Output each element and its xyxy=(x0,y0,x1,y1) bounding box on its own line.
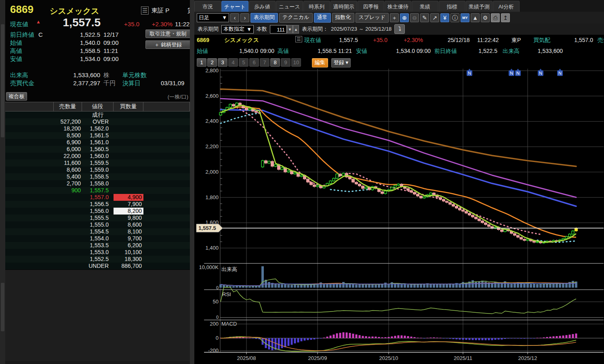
scrollbar-thumb[interactable] xyxy=(1,283,4,331)
book-row[interactable]: 6,0001,560.5 xyxy=(5,146,190,153)
tab-市況[interactable]: 市況 xyxy=(194,1,221,12)
composite-board-button[interactable]: 複合板 xyxy=(6,92,27,101)
book-row[interactable]: 527,200OVER xyxy=(5,118,190,125)
macd-histogram-bar xyxy=(420,338,422,338)
wrench-icon[interactable]: ⚙ xyxy=(481,13,490,22)
tab-ニュース[interactable]: ニュース xyxy=(276,1,303,12)
book-row[interactable]: 1,553.010,100 xyxy=(5,249,190,256)
tab-業績[interactable]: 業績 xyxy=(412,1,438,12)
yen-icon[interactable]: ¥ xyxy=(440,13,449,22)
book-row[interactable]: 11,6001,559.5 xyxy=(5,160,190,166)
candle-up xyxy=(365,187,367,188)
macd-histogram-bar xyxy=(433,337,435,338)
book-row[interactable]: 1,557.04,900 xyxy=(5,194,190,201)
pencil-icon[interactable]: ✎ xyxy=(420,13,429,22)
candle-down xyxy=(481,221,484,223)
book-row[interactable]: 2,7001,558.0 xyxy=(5,180,190,187)
export-icon[interactable]: ↥ xyxy=(501,13,510,22)
chart-page-7-button[interactable]: 7 xyxy=(260,58,269,67)
timeframe-select[interactable]: 日足▼ xyxy=(197,13,229,22)
crosshair-plus-icon[interactable]: ＋ xyxy=(390,13,399,22)
book-row[interactable]: 成行 xyxy=(5,112,190,118)
toolbar-通常-button[interactable]: 通常 xyxy=(314,13,331,23)
register-button[interactable]: 登録 ▾ xyxy=(331,58,351,67)
tab-指標[interactable]: 指標 xyxy=(439,1,465,12)
book-sell-qty: 2,700 xyxy=(54,180,82,187)
zoom-in-icon[interactable]: ⊕ xyxy=(400,13,409,22)
book-row[interactable]: 1,556.08,200 xyxy=(5,208,190,215)
macd-histogram-bar xyxy=(495,338,497,340)
tab-チャート[interactable]: チャート xyxy=(221,1,248,12)
info-icon[interactable]: ⓘ xyxy=(450,13,459,22)
chart-page-8-button[interactable]: 8 xyxy=(270,58,280,67)
book-row[interactable]: 1,555.08,600 xyxy=(5,221,190,228)
chart-page-2-button[interactable]: 2 xyxy=(207,58,217,67)
count-down-button[interactable]: ▼ xyxy=(287,25,293,34)
tab-適時開示[interactable]: 適時開示 xyxy=(330,1,357,12)
area-chart-icon[interactable]: ▲ xyxy=(471,13,480,22)
book-row[interactable]: 22,0001,560.0 xyxy=(5,153,190,160)
edit-button[interactable]: 編集 xyxy=(312,58,328,67)
chart-page-4-button[interactable]: 4 xyxy=(228,58,238,67)
left-edge-scrollbar[interactable] xyxy=(0,0,5,364)
x-axis-month-label: 2025/10 xyxy=(379,355,398,361)
trade-caution-button[interactable]: 取引注意・規制 xyxy=(145,29,190,38)
book-buy-qty xyxy=(114,187,143,194)
printer-icon[interactable]: ⎙ xyxy=(491,13,500,22)
book-row[interactable]: UNDER886,700 xyxy=(5,263,190,269)
macd-histogram-bar xyxy=(352,334,354,338)
book-row[interactable]: 5,4001,558.5 xyxy=(5,173,190,180)
price-chart[interactable]: 2,8002,6002,4002,2002,0001,8001,6001,400… xyxy=(194,68,604,364)
toolbar-指数化-button[interactable]: 指数化 xyxy=(332,13,354,23)
toolbar-テクニカル-button[interactable]: テクニカル xyxy=(279,13,313,23)
book-row[interactable]: 1,555.59,800 xyxy=(5,215,190,221)
tab-歩み値[interactable]: 歩み値 xyxy=(249,1,276,12)
macd-histogram-bar xyxy=(288,338,290,346)
book-row[interactable]: 1,554.58,100 xyxy=(5,228,190,235)
tab-業績予測[interactable]: 業績予測 xyxy=(466,1,492,12)
book-row[interactable]: 1,556.57,900 xyxy=(5,201,190,208)
chart-page-10-button[interactable]: 10 xyxy=(291,58,301,67)
book-row[interactable]: 1,553.56,200 xyxy=(5,242,190,249)
price-tick-label: 2,400 xyxy=(205,118,219,124)
book-row[interactable]: 6,9001,561.0 xyxy=(5,139,190,146)
tab-四季報[interactable]: 四季報 xyxy=(358,1,384,12)
prev-button[interactable]: ‹ xyxy=(230,13,239,22)
book-row[interactable]: 8,6001,559.0 xyxy=(5,166,190,173)
book-row[interactable]: 1,552.518,300 xyxy=(5,256,190,263)
toolbar-スプレッド-button[interactable]: スプレッド xyxy=(356,13,389,23)
macd-histogram-bar xyxy=(414,337,416,338)
next-button[interactable]: › xyxy=(240,13,249,22)
scrollbar-thumb[interactable] xyxy=(1,24,4,137)
count-up-button[interactable]: ▲ xyxy=(293,25,299,34)
candle-down xyxy=(455,206,458,208)
trendline-icon[interactable]: ↗ xyxy=(430,13,439,22)
my-chart-icon[interactable]: MY xyxy=(461,13,469,22)
zoom-out-icon[interactable]: ⊖ xyxy=(410,13,419,22)
chart-page-3-button[interactable]: 3 xyxy=(218,58,227,67)
book-row[interactable]: 8,5001,561.5 xyxy=(5,132,190,139)
panel-divider[interactable] xyxy=(190,0,194,364)
chart-page-1-button[interactable]: 1 xyxy=(197,58,206,67)
reload-icon[interactable]: ⤵ xyxy=(394,24,405,34)
book-row[interactable]: 9001,557.5 xyxy=(5,187,190,194)
board-list-icon[interactable]: ☰ xyxy=(141,6,149,15)
count-input[interactable]: 111 xyxy=(270,25,287,34)
book-row[interactable]: 18,2001,562.0 xyxy=(5,125,190,132)
rsi-tick-0: 0 xyxy=(216,315,219,320)
macd-tick-minus200: -200 xyxy=(208,347,219,353)
tab-AI分析[interactable]: AI分析 xyxy=(493,1,520,12)
tab-時系列[interactable]: 時系列 xyxy=(303,1,330,12)
add-watchlist-button[interactable]: ＋ 銘柄登録 xyxy=(145,40,190,49)
count-mode-select[interactable]: 本数指定▼ xyxy=(221,25,254,34)
toolbar-表示期間-button[interactable]: 表示期間 xyxy=(250,13,278,23)
chart-page-9-button[interactable]: 9 xyxy=(281,58,290,67)
chart-page-6-button[interactable]: 6 xyxy=(249,58,259,67)
chart-page-5-button[interactable]: 5 xyxy=(239,58,248,67)
book-row[interactable]: 1,554.09,700 xyxy=(5,235,190,242)
board-icon[interactable]: ☰ xyxy=(295,36,302,42)
book-buy-qty: 9,800 xyxy=(114,215,143,221)
macd-histogram-bar xyxy=(465,338,467,340)
count-label: 本数 xyxy=(257,25,267,33)
tab-株主優待[interactable]: 株主優待 xyxy=(385,1,411,12)
